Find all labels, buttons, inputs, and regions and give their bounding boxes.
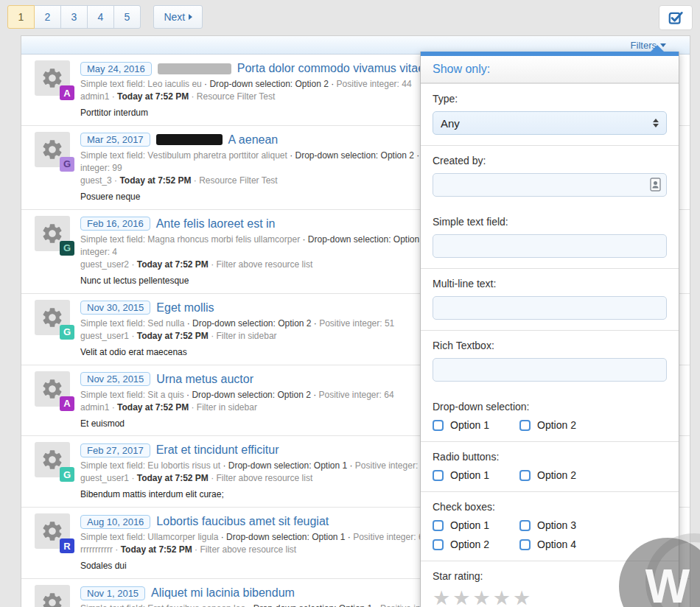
- avatar-type-badge: G: [60, 241, 74, 256]
- resource-title-link[interactable]: Eget mollis: [156, 301, 214, 315]
- context-link[interactable]: Filter above resource list: [217, 473, 313, 483]
- filter-option[interactable]: Option 3: [519, 519, 606, 531]
- timestamp: Today at 7:52 PM: [117, 402, 189, 413]
- resource-description: Nunc ut lectus pellentesque: [80, 275, 471, 287]
- author-link[interactable]: admin1: [80, 91, 109, 102]
- checkbox-group-label: Drop-down selection:: [433, 401, 667, 413]
- updown-arrows-icon: [653, 119, 659, 127]
- next-page-button[interactable]: Next: [153, 5, 203, 29]
- resource-title-link[interactable]: Porta dolor commodo vivamus vitae: [237, 62, 424, 75]
- checkbox-icon[interactable]: [433, 470, 444, 481]
- checkbox-group-label: Radio buttons:: [433, 451, 667, 463]
- text-filter-section: Multi-line text:: [421, 268, 679, 330]
- checkbox-icon[interactable]: [519, 539, 531, 550]
- checkbox-icon[interactable]: [433, 520, 444, 531]
- filter-option[interactable]: Option 1: [433, 419, 519, 431]
- star-icon[interactable]: ★: [513, 587, 533, 607]
- context-link[interactable]: Filter above resource list: [217, 259, 313, 270]
- text-filter-input[interactable]: [433, 296, 667, 320]
- resource-avatar[interactable]: A: [35, 371, 70, 407]
- author-line: guest_user1 · Today at 7:52 PM · Filter …: [80, 472, 471, 485]
- text-filter-label: Multi-line text:: [433, 278, 667, 290]
- created-by-input[interactable]: [433, 173, 667, 197]
- type-select-value: Any: [441, 117, 460, 130]
- checkbox-icon[interactable]: [433, 539, 444, 550]
- author-line: admin1 · Today at 7:52 PM · Resource Fil…: [80, 91, 471, 103]
- context-link[interactable]: Filter in sidebar: [217, 331, 277, 341]
- item-content: Nov 1, 2015 Aliquet mi lacinia bibendum …: [80, 585, 471, 607]
- date-badge: Mar 25, 2017: [80, 133, 150, 147]
- select-mode-button[interactable]: [659, 5, 693, 30]
- panel-arrow: [651, 45, 664, 52]
- page-button-4[interactable]: 4: [87, 5, 114, 29]
- avatar-type-badge: G: [60, 325, 74, 340]
- checkbox-icon[interactable]: [519, 520, 531, 531]
- author-link[interactable]: rrrrrrrrrrr: [80, 544, 113, 555]
- author-link[interactable]: guest_user1: [80, 331, 129, 341]
- timestamp: Today at 7:52 PM: [137, 259, 209, 270]
- avatar-type-badge: R: [60, 538, 74, 553]
- page-button-1[interactable]: 1: [7, 5, 35, 29]
- type-select[interactable]: Any: [433, 111, 667, 135]
- checkbox-icon[interactable]: [519, 420, 531, 431]
- resource-title-link[interactable]: Lobortis faucibus amet sit feugiat: [156, 515, 329, 528]
- resource-description: Velit at odio erat maecenas: [80, 346, 471, 359]
- star-icon[interactable]: ★: [452, 587, 472, 607]
- star-icon[interactable]: ★: [493, 587, 513, 607]
- text-filter-section: Simple text field:: [421, 207, 679, 268]
- resource-avatar[interactable]: R: [35, 513, 70, 549]
- resource-title-link[interactable]: Aliquet mi lacinia bibendum: [151, 586, 295, 600]
- context-link[interactable]: Filter in sidebar: [197, 402, 257, 413]
- date-badge: Nov 25, 2015: [80, 372, 150, 386]
- resource-meta: Simple text field: Magna rhoncus morbi f…: [80, 234, 471, 259]
- timestamp: Today at 7:52 PM: [137, 331, 209, 341]
- checkbox-filter-group: Drop-down selection: Option 1 Option 2: [421, 392, 679, 441]
- filter-option[interactable]: Option 4: [519, 538, 606, 550]
- resource-avatar[interactable]: A: [35, 60, 70, 96]
- filter-option[interactable]: Option 2: [519, 419, 606, 431]
- item-content: Nov 25, 2015 Urna metus auctor Simple te…: [80, 371, 471, 430]
- filter-option[interactable]: Option 2: [433, 538, 519, 550]
- created-by-label: Created by:: [433, 155, 667, 166]
- filter-option[interactable]: Option 1: [433, 519, 519, 531]
- star-icon[interactable]: ★: [433, 587, 452, 607]
- resource-description: Posuere neque: [80, 191, 471, 203]
- date-badge: Nov 1, 2015: [80, 586, 145, 600]
- resource-avatar[interactable]: G: [35, 442, 70, 477]
- resource-avatar[interactable]: G: [35, 300, 70, 335]
- resource-title-link[interactable]: Erat et tincidunt efficitur: [156, 443, 279, 457]
- next-label: Next: [164, 11, 185, 23]
- text-filter-input[interactable]: [433, 234, 667, 258]
- context-link[interactable]: Resource Filter Test: [199, 175, 277, 186]
- filter-option[interactable]: Option 2: [519, 469, 606, 481]
- star-icon[interactable]: ★: [472, 587, 492, 607]
- resource-avatar[interactable]: G: [35, 216, 70, 251]
- author-link[interactable]: admin1: [80, 402, 109, 413]
- page-button-3[interactable]: 3: [60, 5, 88, 29]
- text-filter-input[interactable]: [433, 358, 667, 382]
- checkbox-icon[interactable]: [433, 420, 444, 431]
- context-link[interactable]: Resource Filter Test: [197, 91, 275, 102]
- author-link[interactable]: guest_3: [80, 175, 112, 186]
- resource-title-link[interactable]: Ante felis laoreet est in: [156, 217, 276, 231]
- resource-title-link[interactable]: A aenean: [228, 133, 279, 147]
- author-link[interactable]: guest_user1: [80, 473, 129, 483]
- resource-avatar[interactable]: [35, 585, 70, 607]
- checkbox-icon: [668, 10, 684, 26]
- page-button-2[interactable]: 2: [34, 5, 61, 29]
- resource-title-link[interactable]: Urna metus auctor: [156, 373, 253, 386]
- resource-avatar[interactable]: G: [35, 132, 70, 167]
- page-button-5[interactable]: 5: [113, 5, 141, 29]
- author-link[interactable]: guest_user2: [80, 259, 129, 270]
- context-link[interactable]: Filter above resource list: [200, 544, 296, 555]
- filter-option[interactable]: Option 1: [433, 469, 519, 481]
- timestamp: Today at 7:52 PM: [117, 91, 189, 102]
- checkbox-icon[interactable]: [519, 470, 531, 481]
- star-rating-control[interactable]: ★★★★★: [433, 589, 667, 607]
- author-line: guest_user2 · Today at 7:52 PM · Filter …: [80, 259, 471, 271]
- user-picker-icon[interactable]: [650, 178, 661, 194]
- pagination-pages: 12345: [7, 5, 141, 29]
- text-filter-section: Rich Textbox:: [421, 330, 679, 392]
- checkbox-group-label: Check boxes:: [433, 501, 667, 513]
- checkbox-filter-group: Radio buttons: Option 1 Option 2: [421, 441, 679, 491]
